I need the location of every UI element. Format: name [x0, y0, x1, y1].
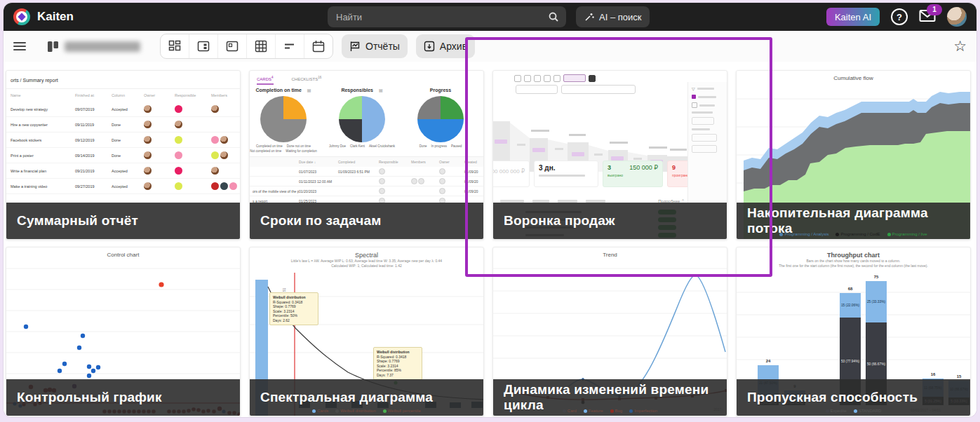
list-sort-icon [283, 40, 296, 53]
chart-title: Cumulative flow [737, 71, 970, 81]
avatar [175, 151, 182, 159]
board-toolbar: Отчёты Архив ☆ [4, 31, 976, 62]
view-board-button[interactable] [189, 34, 218, 58]
notifications-button[interactable]: 1 [919, 9, 936, 25]
report-card-cycle-time-trend[interactable]: Trend 2017- Card Feature Bug Imp [492, 247, 727, 416]
reports-gallery: orts / Summary report NameFinished atCol… [4, 62, 976, 417]
notification-badge: 1 [927, 4, 942, 15]
weibull-tooltip: Weibull distribution R-Squared: 0.3418 S… [269, 292, 318, 325]
table-row: 01/07/202301/09/2023 6:51 PM01/09/20 [250, 167, 483, 177]
table-row: 01/11/2023 12:00 AM01/09/20 [250, 177, 483, 186]
avatar [144, 182, 152, 190]
calendar-icon [312, 40, 325, 53]
weibull-tooltip: Weibull distribution R-Squared: 0.3418 S… [373, 347, 422, 380]
app-window: Kaiten AI – поиск Kaiten AI ? 1 [4, 3, 976, 417]
board-view-icon [197, 40, 210, 53]
menu-icon: ▤ [307, 88, 311, 93]
filter-panel: ▽ [687, 82, 727, 203]
avatar [229, 182, 237, 190]
top-bar: Kaiten AI – поиск Kaiten AI ? 1 [4, 3, 976, 31]
user-avatar[interactable] [947, 7, 967, 27]
card-title: Пропускная способность [747, 390, 918, 405]
card-caption: Воронка продаж [493, 203, 727, 239]
report-card-throughput[interactable]: Throughput chart Bars on the chart show … [736, 247, 971, 416]
reports-label: Отчёты [365, 41, 400, 52]
report-card-cumulative-flow[interactable]: Cumulative flow Programming / Analysis P… [736, 70, 971, 240]
reports-button[interactable]: Отчёты [342, 34, 408, 58]
avatar [175, 105, 182, 113]
hamburger-menu-icon[interactable] [13, 42, 26, 50]
view-dashboard-button[interactable] [161, 34, 189, 58]
report-card-summary[interactable]: orts / Summary report NameFinished atCol… [6, 70, 241, 240]
avatar [211, 151, 219, 159]
table-row: ors of the mobile view of the page01/20/… [250, 186, 483, 196]
card-title: Суммарный отчёт [17, 213, 138, 229]
reports-chip [563, 74, 586, 82]
table-header: NameFinished atColumnOwnerResponsibleMem… [6, 89, 240, 102]
search-icon [548, 11, 559, 22]
table-row: Facebook stickers09/12/2019Done [6, 132, 240, 148]
card-title: Воронка продаж [504, 213, 615, 229]
preview-toolbar [493, 71, 727, 82]
avatar [220, 151, 228, 159]
table-row: Develop new strategy09/07/2019Accepted [6, 102, 240, 117]
kaiten-logo-icon[interactable] [13, 8, 30, 25]
view-switcher [160, 34, 333, 59]
avatar [144, 105, 152, 113]
chart-legend: Card Feature Bug Imperfection [493, 409, 727, 413]
archive-button[interactable]: Архив [416, 34, 475, 58]
avatar [144, 136, 152, 144]
breadcrumb: orts / Summary report [6, 71, 240, 89]
avatar [144, 151, 152, 159]
preview-tabs: CARDS4 CHECKLISTS16 [250, 71, 483, 85]
ai-search-button[interactable]: AI – поиск [576, 6, 650, 27]
card-title: Спектральная диаграмма [260, 390, 433, 405]
report-card-control-chart[interactable]: Control chart [6, 247, 241, 416]
stat-won: 3150 000 ₽ выиграно [603, 161, 663, 187]
stat-total: 00 000 000 ₽ [492, 161, 530, 187]
avatar [211, 182, 219, 190]
table-header: Due date ↓CompletedResponsibleMembersOwn… [250, 156, 483, 167]
help-icon[interactable]: ? [891, 8, 908, 25]
avatar [175, 182, 182, 190]
blurred-board-title [65, 41, 140, 52]
view-kanban-button[interactable] [218, 34, 247, 58]
board-name[interactable] [47, 41, 140, 53]
avatar [211, 167, 219, 175]
tab-checklists: CHECKLISTS16 [292, 76, 322, 85]
menu-icon: ▤ [379, 88, 383, 93]
card-title: Сроки по задачам [260, 213, 382, 229]
kanban-icon [226, 40, 239, 53]
report-card-spectral[interactable]: Spectral Little's law L = λW. Average WI… [249, 247, 484, 416]
chart-legend: Programming / Analysis Programming / Cod… [737, 232, 970, 236]
tab-cards: CARDS4 [257, 76, 274, 85]
view-table-button[interactable] [247, 34, 276, 58]
dashboard-icon [168, 40, 181, 53]
pie-progress: Progress Done In progress Paused [401, 88, 480, 153]
avatar [211, 136, 219, 144]
card-caption: Сроки по задачам [250, 203, 483, 239]
table-row: Hire a new copywriter09/11/2019Done [6, 117, 240, 132]
kaiten-ai-button[interactable]: Kaiten AI [826, 8, 880, 26]
card-caption: Контрольный график [6, 379, 240, 416]
pie-responsibles: Responsibles▤ Johnny Doe Clark Kent Akse… [323, 88, 401, 153]
board-icon [47, 41, 59, 53]
card-title: Контрольный график [17, 390, 162, 405]
table-icon [255, 40, 267, 53]
table-row: Print a poster09/14/2019Done [6, 148, 240, 163]
avatar [144, 167, 152, 175]
report-card-due-dates[interactable]: CARDS4 CHECKLISTS16 Completion on time▤ … [249, 70, 484, 240]
favorite-star-icon[interactable]: ☆ [953, 38, 967, 55]
view-calendar-button[interactable] [304, 34, 333, 58]
view-list-button[interactable] [276, 34, 304, 58]
search-input[interactable] [335, 11, 548, 23]
app-title: Kaiten [37, 10, 74, 24]
reports-icon [349, 41, 361, 52]
search-box[interactable] [328, 6, 566, 27]
avatar [175, 121, 182, 128]
report-card-sales-funnel[interactable]: ▽ 00 000 000 ₽ 3 дн. [492, 70, 727, 240]
avatar [220, 182, 228, 190]
avatar [144, 121, 152, 128]
avatar [220, 136, 228, 144]
chart-legend: Expedite STANDARD [737, 409, 970, 413]
